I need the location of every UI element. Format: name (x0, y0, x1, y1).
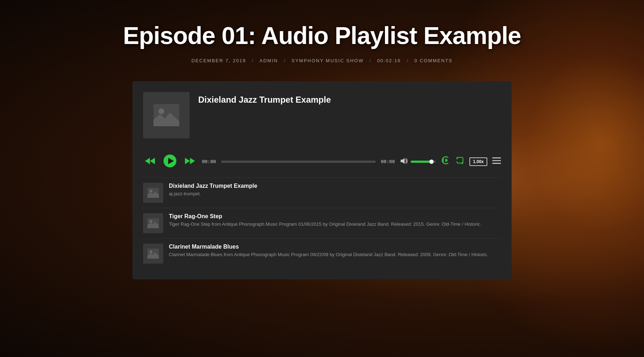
fast-forward-button[interactable] (183, 156, 197, 167)
svg-point-19 (150, 220, 152, 223)
svg-point-17 (150, 190, 152, 192)
volume-section (400, 157, 436, 166)
now-playing-info: Dixieland Jazz Trumpet Example (198, 92, 331, 105)
playlist-item[interactable]: Clarinet Marmalade Blues Clarinet Marmal… (143, 238, 501, 269)
controls-row: 00:00 00:00 (143, 149, 501, 174)
fast-forward-icon (185, 157, 195, 166)
meta-bar: DECEMBER 7, 2019 / ADMIN / SYMPHONY MUSI… (191, 58, 453, 63)
separator-4: / (407, 58, 409, 63)
playlist: Dixieland Jazz Trumpet Example aj-jazz-t… (143, 177, 501, 269)
page-title: Episode 01: Audio Playlist Example (123, 21, 521, 49)
svg-marker-6 (185, 158, 190, 164)
svg-marker-7 (190, 158, 195, 164)
track-desc-2: Tiger Rag-One Step from Antique Phonogra… (169, 221, 501, 228)
svg-marker-2 (145, 158, 150, 164)
separator-2: / (284, 58, 286, 63)
svg-point-21 (150, 250, 152, 253)
playlist-art-2 (143, 213, 163, 233)
track-name-1: Dixieland Jazz Trumpet Example (169, 183, 501, 189)
svg-marker-8 (401, 158, 405, 164)
play-button[interactable] (162, 153, 178, 170)
track-desc-1: aj-jazz-trumpet. (169, 191, 501, 197)
rewind-button[interactable] (143, 156, 157, 167)
track-name-3: Clarinet Marmalade Blues (169, 244, 501, 250)
album-art-large (143, 92, 190, 138)
current-track-title: Dixieland Jazz Trumpet Example (198, 95, 331, 105)
svg-point-1 (158, 108, 164, 114)
volume-knob (429, 160, 434, 164)
track-info-1: Dixieland Jazz Trumpet Example aj-jazz-t… (169, 183, 501, 197)
now-playing-section: Dixieland Jazz Trumpet Example (143, 92, 501, 138)
playlist-art-3 (143, 244, 163, 264)
speed-button[interactable]: 1.00x (469, 157, 487, 166)
track-info-2: Tiger Rag-One Step Tiger Rag-One Step fr… (169, 213, 501, 228)
meta-show[interactable]: SYMPHONY MUSIC SHOW (292, 58, 364, 63)
volume-slider[interactable] (411, 161, 436, 163)
separator-3: / (370, 58, 372, 63)
meta-duration: 00:02:16 (377, 58, 401, 63)
track-info-3: Clarinet Marmalade Blues Clarinet Marmal… (169, 244, 501, 258)
skip-back-button[interactable] (441, 156, 450, 167)
meta-author[interactable]: ADMIN (259, 58, 278, 63)
meta-date: DECEMBER 7, 2019 (191, 58, 246, 63)
volume-fill (411, 161, 432, 163)
track-desc-3: Clarinet Marmalade Blues from Antique Ph… (169, 251, 501, 258)
playlist-menu-button[interactable] (492, 157, 501, 166)
player-container: Dixieland Jazz Trumpet Example (132, 81, 512, 279)
volume-icon (400, 157, 408, 166)
svg-marker-3 (150, 158, 155, 164)
time-current: 00:00 (202, 159, 216, 164)
meta-comments[interactable]: 0 COMMENTS (414, 58, 453, 63)
progress-bar[interactable] (221, 161, 376, 163)
track-name-2: Tiger Rag-One Step (169, 213, 501, 220)
svg-marker-9 (445, 158, 448, 162)
time-total: 00:00 (381, 159, 395, 164)
playlist-item[interactable]: Dixieland Jazz Trumpet Example aj-jazz-t… (143, 177, 501, 208)
separator-1: / (252, 58, 254, 63)
playlist-item[interactable]: Tiger Rag-One Step Tiger Rag-One Step fr… (143, 208, 501, 238)
loop-button[interactable] (455, 156, 464, 167)
rewind-icon (145, 157, 155, 166)
playlist-art-1 (143, 183, 163, 203)
play-icon (163, 154, 177, 169)
image-placeholder-large-icon (152, 103, 181, 128)
